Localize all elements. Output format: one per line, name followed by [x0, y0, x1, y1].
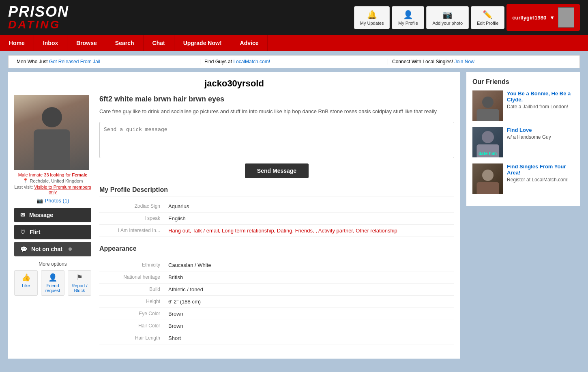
person-icon: 👤 — [403, 10, 413, 19]
edit-profile-label: Edit Profile — [477, 21, 498, 26]
more-options-row: 👍 Like 👤 Friend request ⚑ Report / Block — [14, 270, 91, 296]
ethnicity-label: Ethnicity — [99, 259, 164, 271]
report-icon: ⚑ — [76, 273, 83, 282]
my-updates-button[interactable]: 🔔 My Updates — [354, 6, 390, 29]
nav-chat[interactable]: Chat — [144, 35, 174, 51]
main-container: jacko30yrsold Male Inmate 33 looking for… — [8, 72, 580, 359]
friend-title-1[interactable]: You Be a Bonnie, He Be a Clyde. — [507, 90, 574, 103]
thumbs-up-icon: 👍 — [21, 273, 30, 282]
more-options: More options 👍 Like 👤 Friend request ⚑ — [14, 261, 91, 296]
sidebar: Our Friends You Be a Bonnie, He Be a Cly… — [466, 72, 580, 359]
edit-profile-button[interactable]: ✏️ Edit Profile — [471, 6, 504, 29]
edit-icon: ✏️ — [483, 10, 493, 19]
send-message-button[interactable]: Send Message — [245, 163, 309, 178]
nav-home[interactable]: Home — [0, 35, 34, 51]
flirt-button[interactable]: ♡ Flirt — [14, 225, 91, 239]
interests-value: Hang out, Talk / email, Long term relati… — [164, 224, 454, 237]
adbar-text-1: Men Who Just — [17, 59, 49, 65]
build-label: Build — [99, 283, 164, 295]
like-button[interactable]: 👍 Like — [14, 270, 38, 296]
friend-title-2[interactable]: Find Love — [507, 127, 574, 133]
build-value: Athletic / toned — [164, 283, 454, 295]
my-profile-button[interactable]: 👤 My Profile — [392, 6, 424, 29]
adbar-item-1: Men Who Just Got Released From Jail — [13, 59, 200, 65]
friend-request-button[interactable]: 👤 Friend request — [41, 270, 64, 296]
message-label: Message — [29, 212, 53, 218]
location-text: Rochdale, United Kingdom — [30, 178, 83, 183]
nav-upgrade[interactable]: Upgrade Now! — [174, 35, 231, 51]
zodiac-label: Zodiac Sign — [99, 200, 164, 213]
bell-icon: 🔔 — [367, 10, 377, 19]
height-value: 6' 2" (188 cm) — [164, 295, 454, 307]
eye-color-value: Brown — [164, 307, 454, 320]
user-menu-button[interactable]: curllygirl1980 ▼ — [506, 4, 580, 31]
friend-image-1 — [472, 90, 503, 121]
friend-subtitle-2: w/ a Handsome Guy — [507, 134, 574, 140]
flirt-label: Flirt — [30, 229, 40, 235]
adbar-link-1[interactable]: Got Released From Jail — [49, 59, 100, 65]
profile-photo — [14, 95, 89, 170]
zodiac-value: Aquarius — [164, 200, 454, 213]
appearance-title: Appearance — [99, 245, 454, 255]
hair-color-value: Brown — [164, 320, 454, 332]
profile-body: Care free guy like to drink and socialis… — [99, 108, 437, 114]
heritage-label: National heritage — [99, 271, 164, 283]
list-item: date him Find Love w/ a Handsome Guy — [472, 127, 574, 157]
table-row: Hair Color Brown — [99, 320, 454, 332]
content-area: jacko30yrsold Male Inmate 33 looking for… — [8, 72, 460, 359]
photos-label[interactable]: Photos (1) — [45, 198, 69, 204]
report-block-button[interactable]: ⚑ Report / Block — [68, 270, 91, 296]
profile-body-text: Care free guy like to drink and socialis… — [99, 108, 454, 116]
adbar-link-3[interactable]: Join Now! — [454, 59, 476, 65]
location-icon: 📍 — [23, 178, 28, 183]
header: PRISON DATING 🔔 My Updates 👤 My Profile … — [0, 0, 588, 35]
friend-subtitle-3: Register at LocalMatch.com! — [507, 177, 574, 183]
adbar: Men Who Just Got Released From Jail Find… — [8, 55, 580, 68]
add-friend-icon: 👤 — [48, 273, 57, 282]
message-input[interactable] — [99, 122, 454, 158]
nav-inbox[interactable]: Inbox — [34, 35, 67, 51]
nav-browse[interactable]: Browse — [67, 35, 106, 51]
friend-subtitle-1: Date a Jailbird from London! — [507, 104, 574, 110]
table-row: I speak English — [99, 212, 454, 224]
adbar-text-2: Find Guys at — [204, 59, 233, 65]
profile-photos-link[interactable]: 📷 Photos (1) — [14, 198, 91, 204]
eye-color-label: Eye Color — [99, 307, 164, 320]
adbar-item-2: Find Guys at LocalMatch.com! — [200, 59, 388, 65]
adbar-link-2[interactable]: LocalMatch.com! — [233, 59, 270, 65]
chat-button[interactable]: 💬 Not on chat — [14, 242, 91, 256]
friend-image-2: date him — [472, 127, 503, 157]
height-label: Height — [99, 295, 164, 307]
like-label: Like — [22, 283, 30, 288]
dropdown-arrow: ▼ — [549, 15, 555, 21]
profile-headline: 6ft2 white male brwn hair brwn eyes — [99, 95, 454, 103]
my-profile-title: My Profile Description — [99, 186, 454, 196]
last-visit-link[interactable]: Visible to Premium members only — [34, 185, 91, 194]
message-button[interactable]: ✉ Message — [14, 208, 91, 222]
username-label: curllygirl1980 — [512, 15, 546, 21]
interests-label: I Am Interested In... — [99, 224, 164, 237]
friend-text-2: Find Love w/ a Handsome Guy — [507, 127, 574, 140]
heart-icon: ♡ — [20, 229, 26, 235]
profile-photo-col: Male Inmate 33 looking for Female 📍 Roch… — [14, 95, 91, 344]
add-photo-button[interactable]: 📷 Add your photo — [426, 6, 469, 29]
logo-prison: PRISON — [8, 4, 69, 19]
table-row: Eye Color Brown — [99, 307, 454, 320]
profile-info-text: Male Inmate 33 looking for Female — [14, 172, 91, 177]
chat-icon: 💬 — [20, 246, 27, 252]
table-row: Build Athletic / toned — [99, 283, 454, 295]
my-profile-label: My Profile — [398, 21, 418, 26]
logo-dating: DATING — [8, 19, 69, 30]
adbar-text-3: Connect With Local Singles! — [392, 59, 454, 65]
friend-title-3[interactable]: Find Singles From Your Area! — [507, 163, 574, 176]
friend-text-3: Find Singles From Your Area! Register at… — [507, 163, 574, 183]
interests-link[interactable]: Hang out, Talk / email, Long term relati… — [168, 228, 397, 234]
my-updates-label: My Updates — [360, 21, 384, 26]
friend-request-label: Friend request — [44, 283, 62, 293]
online-status-dot — [69, 247, 72, 251]
heritage-value: British — [164, 271, 454, 283]
nav-advice[interactable]: Advice — [231, 35, 268, 51]
table-row: Ethnicity Caucasian / White — [99, 259, 454, 271]
my-profile-section: My Profile Description Zodiac Sign Aquar… — [99, 186, 454, 237]
nav-search[interactable]: Search — [106, 35, 144, 51]
